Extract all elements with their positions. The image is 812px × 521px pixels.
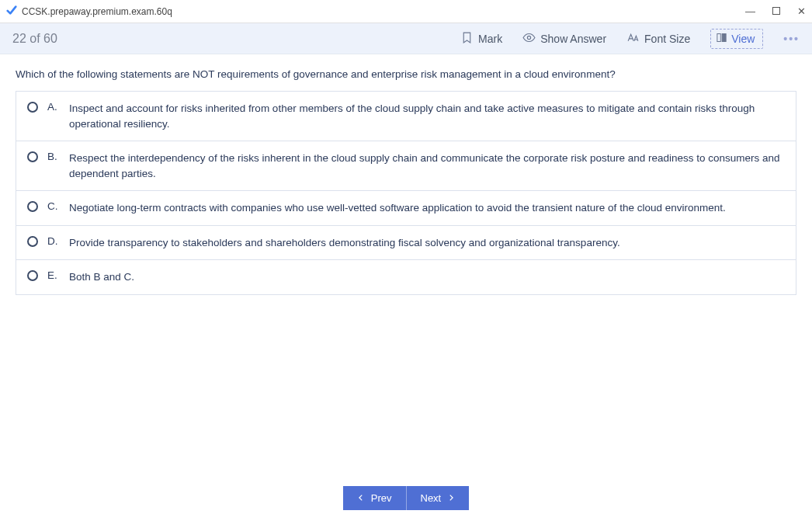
- app-icon: [6, 5, 17, 19]
- font-size-label: Font Size: [644, 33, 690, 45]
- eye-icon: [522, 31, 536, 47]
- question-content: Which of the following statements are NO…: [0, 54, 812, 475]
- radio-icon: [27, 102, 38, 113]
- option-letter: E.: [47, 269, 60, 281]
- window-title: CCSK.prepaway.premium.exam.60q: [22, 6, 745, 17]
- option-e[interactable]: E. Both B and C.: [16, 260, 796, 294]
- svg-rect-2: [722, 33, 726, 41]
- option-letter: A.: [47, 101, 60, 113]
- chevron-left-icon: [357, 492, 365, 504]
- option-letter: D.: [47, 235, 60, 247]
- mark-button[interactable]: Mark: [460, 31, 502, 47]
- mark-label: Mark: [478, 33, 502, 45]
- titlebar: CCSK.prepaway.premium.exam.60q — ✕: [0, 0, 812, 23]
- question-counter: 22 of 60: [12, 32, 440, 46]
- view-label: View: [731, 33, 755, 45]
- option-letter: C.: [47, 200, 60, 212]
- radio-icon: [27, 270, 38, 281]
- font-size-button[interactable]: Font Size: [626, 31, 690, 47]
- next-button[interactable]: Next: [407, 486, 470, 510]
- prev-button[interactable]: Prev: [343, 486, 407, 510]
- svg-point-0: [528, 36, 531, 39]
- radio-icon: [27, 236, 38, 247]
- svg-rect-1: [717, 33, 720, 41]
- minimize-button[interactable]: —: [745, 6, 755, 16]
- radio-icon: [27, 201, 38, 212]
- more-button[interactable]: •••: [783, 33, 800, 45]
- option-c[interactable]: C. Negotiate long-term contracts with co…: [16, 191, 796, 226]
- bookmark-icon: [460, 31, 474, 47]
- option-text: Provide transparency to stakeholders and…: [69, 235, 620, 251]
- next-label: Next: [421, 492, 442, 504]
- maximize-button[interactable]: [772, 6, 780, 16]
- show-answer-button[interactable]: Show Answer: [522, 31, 606, 47]
- chevron-right-icon: [447, 492, 455, 504]
- option-a[interactable]: A. Inspect and account for risks inherit…: [16, 92, 796, 141]
- view-button[interactable]: View: [710, 29, 763, 49]
- option-text: Respect the interdependency of the risks…: [69, 151, 785, 181]
- close-button[interactable]: ✕: [797, 6, 806, 16]
- options-list: A. Inspect and account for risks inherit…: [16, 91, 796, 295]
- option-b[interactable]: B. Respect the interdependency of the ri…: [16, 141, 796, 191]
- toolbar: 22 of 60 Mark Show Answer Font Size View…: [0, 23, 812, 54]
- prev-label: Prev: [371, 492, 392, 504]
- footer-nav: Prev Next: [0, 475, 812, 521]
- show-answer-label: Show Answer: [540, 33, 606, 45]
- option-letter: B.: [47, 151, 60, 162]
- option-text: Negotiate long-term contracts with compa…: [69, 200, 726, 216]
- radio-icon: [27, 151, 38, 162]
- option-text: Both B and C.: [69, 269, 134, 285]
- option-text: Inspect and account for risks inherited …: [69, 101, 785, 131]
- view-icon: [716, 32, 727, 46]
- question-text: Which of the following statements are NO…: [16, 68, 796, 80]
- font-size-icon: [626, 31, 640, 47]
- option-d[interactable]: D. Provide transparency to stakeholders …: [16, 226, 796, 261]
